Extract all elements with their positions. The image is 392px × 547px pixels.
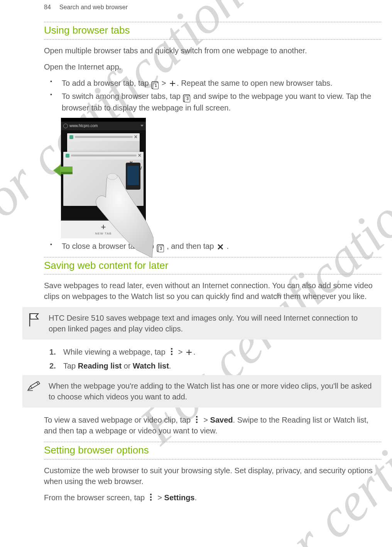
url-text: www.htcpro.com xyxy=(69,123,139,129)
heading-options: Setting browser options xyxy=(44,442,381,459)
page-number: 84 xyxy=(44,4,51,10)
saving-view: To view a saved webpage or video clip, t… xyxy=(44,414,381,436)
new-tab-label: NEW TAB xyxy=(95,231,112,236)
step-2: Tap Reading list or Watch list. xyxy=(61,360,381,371)
tab-3-icon xyxy=(183,95,191,102)
plus-icon: + xyxy=(185,348,193,356)
menu-icon xyxy=(168,348,176,356)
bullet-add-tab: To add a browser tab, tap > +. Repeat th… xyxy=(58,78,381,89)
page-header: 84 Search and web browser xyxy=(44,3,381,12)
heading-saving: Saving web content for later xyxy=(44,257,381,275)
step-1: While viewing a webpage, tap > +. xyxy=(61,347,381,357)
flag-icon xyxy=(27,313,41,326)
saving-intro: Save webpages to read later, even withou… xyxy=(44,280,381,302)
bullet-close-tab: To close a browser tab, tap , and then t… xyxy=(58,241,381,252)
note-flag: HTC Desire 510 saves webpage text and im… xyxy=(22,307,381,340)
note-flag-text: HTC Desire 510 saves webpage text and im… xyxy=(49,313,374,334)
heading-using-tabs: Using browser tabs xyxy=(44,22,381,39)
options-steps: From the browser screen, tap > Settings. xyxy=(44,492,381,503)
globe-icon xyxy=(63,124,68,128)
section-name: Search and web browser xyxy=(59,4,128,10)
tab-card-front: × HINNOV xyxy=(63,152,144,206)
tabs-open-app: Open the Internet app. xyxy=(44,61,381,72)
new-tab-plus-icon: + xyxy=(101,223,106,231)
pencil-icon xyxy=(27,381,41,391)
close-x-icon: ✕ xyxy=(216,243,224,251)
note-pencil: When the webpage you're adding to the Wa… xyxy=(22,375,381,408)
swipe-left-arrow-icon xyxy=(53,164,74,177)
bullet-switch-tab: To switch among browser tabs, tap and sw… xyxy=(58,91,381,113)
note-pencil-text: When the webpage you're adding to the Wa… xyxy=(49,381,374,402)
tab-1-icon xyxy=(151,82,159,89)
tabs-intro: Open multiple browser tabs and quickly s… xyxy=(44,45,381,56)
chevron-down-icon xyxy=(140,125,144,127)
browser-tabs-screenshot: www.htcpro.com × × HINNOV xyxy=(61,118,146,238)
plus-icon: + xyxy=(169,80,176,87)
options-intro: Customize the web browser to suit your b… xyxy=(44,465,381,487)
menu-icon xyxy=(193,416,201,424)
menu-icon xyxy=(147,494,155,501)
tab-3-icon xyxy=(157,245,164,252)
